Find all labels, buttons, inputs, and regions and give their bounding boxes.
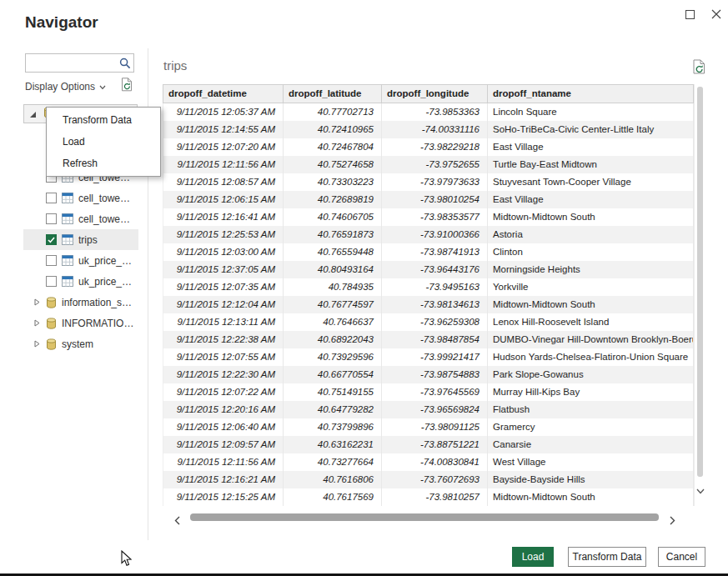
table-cell: East Village (488, 191, 694, 208)
tree-item-label: cell_towe… (78, 213, 130, 225)
expand-icon[interactable] (34, 319, 40, 327)
tree-item-uk-price[interactable]: uk_price_… (23, 271, 138, 292)
collapse-icon[interactable] (29, 107, 37, 122)
table-row: 9/11/2015 12:22:30 AM40.66770554-73.9875… (163, 366, 694, 383)
expand-icon[interactable] (34, 340, 40, 348)
table-cell: 9/11/2015 12:15:25 AM (163, 488, 284, 506)
table-cell: -73.99921417 (382, 348, 488, 366)
display-options-dropdown[interactable]: Display Options (25, 81, 106, 93)
table-cell: 9/11/2015 12:12:04 AM (163, 296, 284, 313)
menu-item-refresh[interactable]: Refresh (47, 153, 160, 174)
column-header-dropoff_datetime: dropoff_datetime (163, 84, 284, 103)
table-cell: 9/11/2015 12:06:15 AM (163, 191, 284, 208)
table-row: 9/11/2015 12:15:25 AM40.7617569-73.98102… (163, 488, 694, 506)
checkbox[interactable] (46, 234, 57, 245)
dialog-title: Navigator (25, 13, 98, 32)
table-row: 9/11/2015 12:13:11 AM40.7646637-73.96259… (163, 313, 694, 331)
table-cell: Canarsie (488, 436, 694, 453)
tree-item-label: INFORMATIO… (62, 318, 133, 329)
table-row: 9/11/2015 12:08:57 AM40.73303223-73.9797… (163, 173, 694, 191)
table-cell: West Village (488, 453, 694, 471)
table-row: 9/11/2015 12:09:57 AM40.63162231-73.8875… (163, 436, 694, 453)
table-icon (62, 276, 73, 287)
table-cell: 9/11/2015 12:11:56 AM (163, 453, 284, 471)
table-cell: 40.72689819 (284, 191, 382, 208)
table-cell: Park Slope-Gowanus (488, 366, 694, 383)
refresh-preview-icon[interactable] (692, 59, 706, 78)
table-cell: 9/11/2015 12:05:37 AM (163, 103, 284, 121)
refresh-icon[interactable] (121, 78, 133, 95)
table-cell: 9/11/2015 12:09:57 AM (163, 436, 284, 453)
table-cell: -73.88751221 (382, 436, 488, 453)
horizontal-scrollbar-thumb[interactable] (190, 513, 659, 521)
table-cell: Hudson Yards-Chelsea-Flatiron-Union Squa… (488, 348, 694, 366)
table-cell: 9/11/2015 12:07:35 AM (163, 278, 284, 296)
table-cell: 40.7616806 (284, 471, 382, 488)
context-menu: Transform DataLoadRefresh (46, 107, 161, 177)
tree-item-cell-towe[interactable]: cell_towe… (23, 188, 138, 208)
table-cell: -73.76072693 (382, 471, 488, 488)
tree-item-informatio[interactable]: INFORMATIO… (23, 313, 138, 333)
scroll-right-icon[interactable] (670, 513, 675, 528)
scroll-down-icon[interactable] (696, 483, 705, 498)
table-row: 9/11/2015 12:22:38 AM40.68922043-73.9848… (163, 331, 694, 348)
table-cell: 40.74606705 (284, 208, 382, 226)
table-cell: -73.97645569 (382, 383, 488, 401)
table-icon (62, 234, 73, 245)
cancel-button[interactable]: Cancel (658, 547, 705, 567)
table-cell: -73.98754883 (382, 366, 488, 383)
table-cell: 40.76559448 (284, 243, 382, 261)
checkbox[interactable] (46, 193, 57, 203)
table-cell: 40.63162231 (284, 436, 382, 453)
load-button[interactable]: Load (512, 547, 554, 567)
menu-item-transform-data[interactable]: Transform Data (47, 109, 160, 131)
database-icon (46, 338, 57, 350)
tree-item-uk-price[interactable]: uk_price_… (23, 250, 138, 271)
table-icon (62, 213, 73, 224)
table-cell: 9/11/2015 12:08:57 AM (163, 173, 284, 191)
tree-item-system[interactable]: system (23, 333, 138, 354)
table-row: 9/11/2015 12:06:40 AM40.73799896-73.9809… (163, 418, 694, 436)
search-input[interactable] (26, 58, 117, 69)
table-row: 9/11/2015 12:16:41 AM40.74606705-73.9835… (163, 208, 694, 226)
tree-item-cell-towe[interactable]: cell_towe… (23, 208, 138, 229)
table-cell: 40.77702713 (284, 103, 382, 121)
scroll-left-icon[interactable] (174, 513, 180, 528)
table-cell: -73.98229218 (382, 138, 488, 156)
vertical-scrollbar[interactable] (694, 84, 705, 506)
checkbox[interactable] (46, 213, 57, 224)
tree-item-label: uk_price_… (78, 255, 132, 267)
close-icon[interactable] (711, 8, 721, 23)
chevron-down-icon (99, 81, 106, 93)
table-cell: 40.73929596 (284, 348, 382, 366)
checkbox[interactable] (46, 276, 57, 287)
table-cell: 9/11/2015 12:07:55 AM (163, 348, 284, 366)
tree-item-trips[interactable]: trips (23, 229, 138, 250)
table-cell: Stuyvesant Town-Cooper Village (488, 173, 694, 191)
table-cell: -73.98353577 (382, 208, 488, 226)
table-row: 9/11/2015 12:07:20 AM40.72467804-73.9822… (163, 138, 694, 156)
table-cell: 9/11/2015 12:22:30 AM (163, 366, 284, 383)
table-cell: Morningside Heights (488, 261, 694, 278)
tree-item-information-s[interactable]: information_s… (23, 292, 138, 313)
transform-data-button[interactable]: Transform Data (568, 547, 646, 567)
table-cell: 9/11/2015 12:16:41 AM (163, 208, 284, 226)
menu-item-load[interactable]: Load (47, 131, 160, 153)
table-cell: -73.98487854 (382, 331, 488, 348)
table-cell: Flatbush (488, 401, 694, 418)
table-cell: Midtown-Midtown South (488, 488, 694, 506)
column-header-dropoff_longitude: dropoff_longitude (382, 84, 488, 103)
table-body: 9/11/2015 12:05:37 AM40.77702713-73.9853… (163, 103, 694, 506)
table-cell: 9/11/2015 12:22:38 AM (163, 331, 284, 348)
horizontal-scrollbar[interactable] (163, 509, 705, 526)
checkbox[interactable] (46, 255, 57, 266)
table-cell: East Village (488, 138, 694, 156)
search-icon[interactable] (117, 58, 133, 69)
vertical-scrollbar-thumb[interactable] (697, 87, 703, 477)
table-cell: Gramercy (488, 418, 694, 436)
table-cell: -74.00830841 (382, 453, 488, 471)
maximize-icon[interactable] (685, 8, 695, 23)
table-row: 9/11/2015 12:14:55 AM40.72410965-74.0033… (163, 121, 694, 138)
expand-icon[interactable] (34, 298, 40, 306)
table-cell: Astoria (488, 226, 694, 243)
